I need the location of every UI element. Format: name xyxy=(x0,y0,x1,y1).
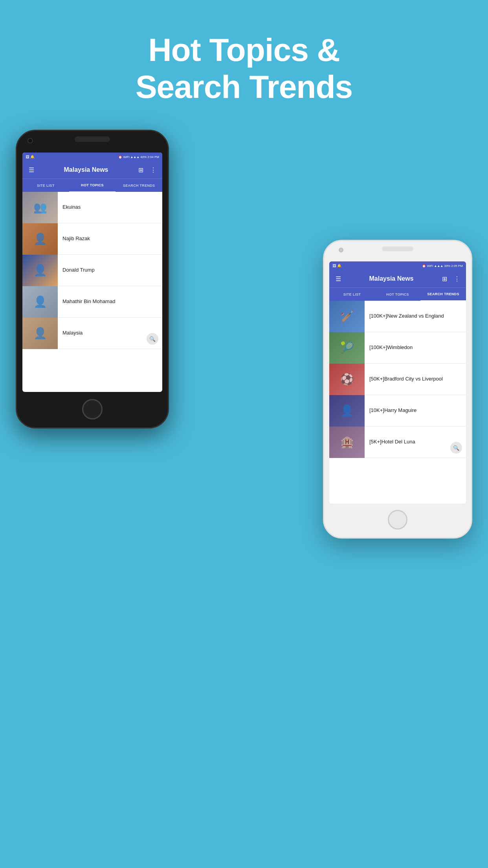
tab-site-list-white[interactable]: SITE LIST xyxy=(329,288,375,301)
search-fab-black[interactable]: 🔍 xyxy=(147,333,158,345)
battery-level-white: 39% xyxy=(444,264,450,268)
hot-topics-list: 👥 Ekuinas 👤 Najib Razak 👤 Donald Trump xyxy=(22,192,162,349)
title-hotel: [5K+]Hotel Del Luna xyxy=(365,438,420,445)
title-najib: Najib Razak xyxy=(58,235,95,242)
more-icon-black[interactable]: ⋮ xyxy=(149,166,158,174)
news-item-trump[interactable]: 👤 Donald Trump xyxy=(22,255,162,286)
title-maguire: [10K+]Harry Maguire xyxy=(365,407,421,414)
layout-icon-black[interactable]: ⊞ xyxy=(136,166,145,174)
app-title-white: Malaysia News xyxy=(347,275,436,282)
time-display: 2:04 PM xyxy=(147,155,159,159)
app-title-black: Malaysia News xyxy=(40,166,132,173)
news-item-nz[interactable]: 🏏 [100K+]New Zealand vs England xyxy=(329,301,466,332)
news-item-hotel[interactable]: 🏨 [5K+]Hotel Del Luna 🔍 xyxy=(329,427,466,458)
title-ekuinas: Ekuinas xyxy=(58,204,85,211)
search-fab-white[interactable]: 🔍 xyxy=(450,442,462,454)
page-title: Hot Topics & Search Trends xyxy=(0,0,488,106)
camera-dot-black xyxy=(28,138,33,143)
thumb-hotel: 🏨 xyxy=(329,427,365,458)
title-trump: Donald Trump xyxy=(58,267,99,274)
title-malaysia: Malaysia xyxy=(58,329,87,337)
thumb-ekuinas: 👥 xyxy=(22,192,58,223)
news-item-mahathir[interactable]: 👤 Mahathir Bin Mohamad xyxy=(22,286,162,318)
tab-search-trends-white[interactable]: SEARCH TRENDS xyxy=(420,288,466,301)
thumb-malaysia: 👤 xyxy=(22,318,58,349)
wifi-icon-white: WiFi xyxy=(427,264,433,268)
menu-icon-white[interactable]: ☰ xyxy=(334,275,343,283)
time-display-white: 2:05 PM xyxy=(451,264,463,268)
news-item-ekuinas[interactable]: 👥 Ekuinas xyxy=(22,192,162,223)
app-bar-white: ☰ Malaysia News ⊞ ⋮ xyxy=(329,270,466,287)
thumb-najib: 👤 xyxy=(22,223,58,255)
alarm-icon-white: ⏰ xyxy=(422,264,426,268)
search-trends-list: 🏏 [100K+]New Zealand vs England 🎾 [100K+… xyxy=(329,301,466,458)
home-button-black[interactable] xyxy=(82,399,103,419)
thumb-maguire: 👤 xyxy=(329,395,365,427)
battery-level: 40% xyxy=(140,155,147,159)
title-mahathir: Mahathir Bin Mohamad xyxy=(58,298,120,305)
app-bar-black: ☰ Malaysia News ⊞ ⋮ xyxy=(22,161,162,178)
tab-hot-topics-black[interactable]: HOT TOPICS xyxy=(69,179,116,192)
phone-white: 🖼 🔔 ⏰ WiFi ▲▲▲ 39% 2:05 PM ☰ Malaysia Ne… xyxy=(323,240,472,539)
title-nz: [100K+]New Zealand vs England xyxy=(365,313,449,320)
status-icons-left: 🖼 🔔 xyxy=(26,155,35,159)
news-item-bradford[interactable]: ⚽ [50K+]Bradford City vs Liverpool xyxy=(329,364,466,395)
tab-site-list-black[interactable]: SITE LIST xyxy=(22,179,69,192)
thumb-wimbledon: 🎾 xyxy=(329,332,365,364)
news-item-maguire[interactable]: 👤 [10K+]Harry Maguire xyxy=(329,395,466,427)
tab-hot-topics-white[interactable]: HOT TOPICS xyxy=(375,288,420,301)
tab-bar-black: SITE LIST HOT TOPICS SEARCH TRENDS xyxy=(22,178,162,192)
camera-dot-white xyxy=(339,248,343,252)
home-button-white[interactable] xyxy=(388,510,407,530)
tab-bar-white: SITE LIST HOT TOPICS SEARCH TRENDS xyxy=(329,287,466,301)
thumb-trump: 👤 xyxy=(22,255,58,286)
menu-icon-black[interactable]: ☰ xyxy=(27,166,36,174)
news-item-wimbledon[interactable]: 🎾 [100K+]Wimbledon xyxy=(329,332,466,364)
title-wimbledon: [100K+]Wimbledon xyxy=(365,344,417,351)
phone-black: 🖼 🔔 ⏰ WiFi ▲▲▲ 40% 2:04 PM ☰ Malaysia Ne… xyxy=(16,130,169,428)
signal-icon-white: ▲▲▲ xyxy=(434,264,443,268)
wifi-icon: WiFi xyxy=(123,155,129,159)
alarm-icon: ⏰ xyxy=(118,155,122,159)
status-bar-white: 🖼 🔔 ⏰ WiFi ▲▲▲ 39% 2:05 PM xyxy=(329,261,466,270)
signal-icon: ▲▲▲ xyxy=(130,155,139,159)
thumb-nz: 🏏 xyxy=(329,301,365,332)
thumb-mahathir: 👤 xyxy=(22,286,58,318)
tab-search-trends-black[interactable]: SEARCH TRENDS xyxy=(116,179,162,192)
screen-white: 🖼 🔔 ⏰ WiFi ▲▲▲ 39% 2:05 PM ☰ Malaysia Ne… xyxy=(329,261,466,504)
status-bar-black: 🖼 🔔 ⏰ WiFi ▲▲▲ 40% 2:04 PM xyxy=(22,153,162,161)
title-bradford: [50K+]Bradford City vs Liverpool xyxy=(365,375,448,383)
news-item-malaysia[interactable]: 👤 Malaysia 🔍 xyxy=(22,318,162,349)
thumb-bradford: ⚽ xyxy=(329,364,365,395)
more-icon-white[interactable]: ⋮ xyxy=(453,275,461,283)
news-item-najib[interactable]: 👤 Najib Razak xyxy=(22,223,162,255)
layout-icon-white[interactable]: ⊞ xyxy=(440,275,449,283)
status-icons-left-white: 🖼 🔔 xyxy=(332,264,341,268)
screen-black: 🖼 🔔 ⏰ WiFi ▲▲▲ 40% 2:04 PM ☰ Malaysia Ne… xyxy=(22,153,162,392)
